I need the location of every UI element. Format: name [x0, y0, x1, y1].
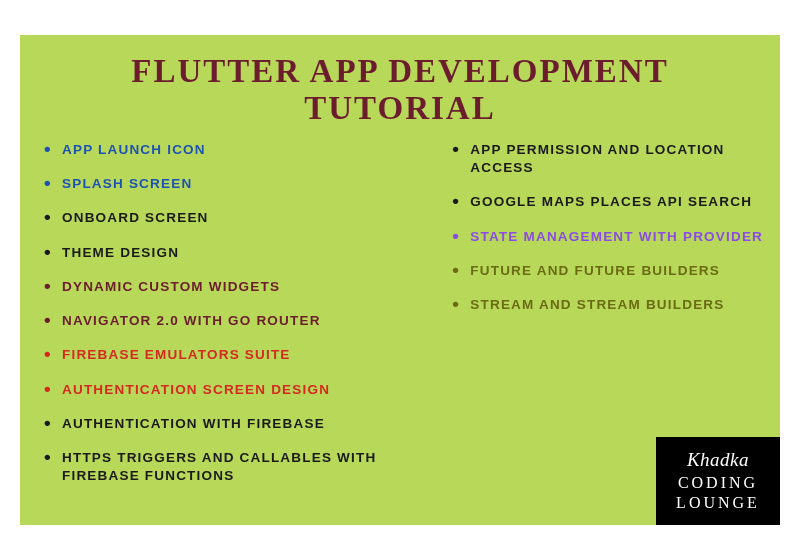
list-item: HTTPS TRIGGERS AND CALLABLES WITH FIREBA… [42, 449, 414, 485]
page-title: FLUTTER APP DEVELOPMENT TUTORIAL [42, 53, 758, 127]
list-item: THEME DESIGN [42, 244, 414, 262]
tutorial-card: FLUTTER APP DEVELOPMENT TUTORIAL APP LAU… [20, 35, 780, 525]
list-item: GOOGLE MAPS PLACES API SEARCH [450, 193, 765, 211]
list-item: APP LAUNCH ICON [42, 141, 414, 159]
list-item: APP PERMISSION AND LOCATION ACCESS [450, 141, 765, 177]
list-item: ONBOARD SCREEN [42, 209, 414, 227]
list-item: NAVIGATOR 2.0 WITH GO ROUTER [42, 312, 414, 330]
list-item: AUTHENTICATION WITH FIREBASE [42, 415, 414, 433]
list-item: FIREBASE EMULATORS SUITE [42, 346, 414, 364]
list-item: STATE MANAGEMENT WITH PROVIDER [450, 228, 765, 246]
logo-line1: CODING [678, 474, 758, 491]
logo-line2: LOUNGE [676, 494, 760, 511]
list-item: STREAM AND STREAM BUILDERS [450, 296, 765, 314]
left-column: APP LAUNCH ICONSPLASH SCREENONBOARD SCRE… [42, 141, 414, 501]
list-item: FUTURE AND FUTURE BUILDERS [450, 262, 765, 280]
right-topic-list: APP PERMISSION AND LOCATION ACCESSGOOGLE… [450, 141, 765, 314]
list-item: SPLASH SCREEN [42, 175, 414, 193]
logo-main-text: CODING LOUNGE [676, 473, 760, 513]
topic-columns: APP LAUNCH ICONSPLASH SCREENONBOARD SCRE… [42, 141, 758, 501]
list-item: DYNAMIC CUSTOM WIDGETS [42, 278, 414, 296]
left-topic-list: APP LAUNCH ICONSPLASH SCREENONBOARD SCRE… [42, 141, 414, 485]
logo-script-text: Khadka [687, 449, 749, 471]
list-item: AUTHENTICATION SCREEN DESIGN [42, 381, 414, 399]
brand-logo: Khadka CODING LOUNGE [656, 437, 780, 525]
